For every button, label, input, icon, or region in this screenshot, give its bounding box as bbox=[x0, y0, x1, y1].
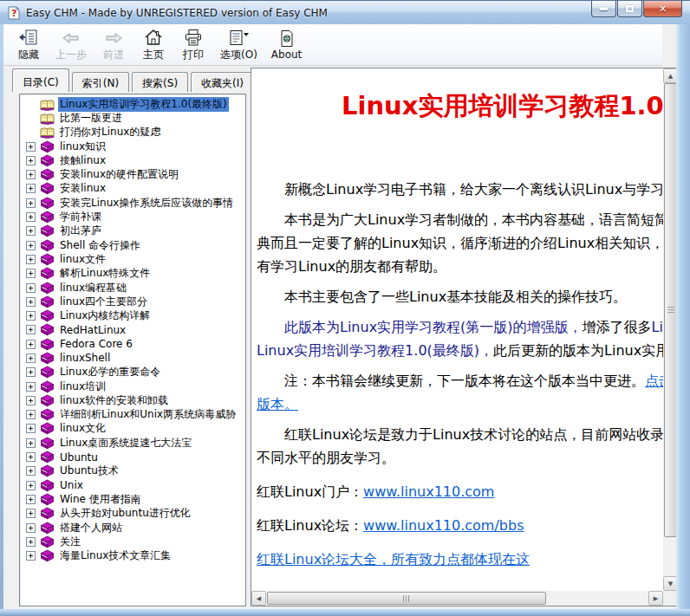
toolbar-button-options[interactable]: 选项(O) bbox=[213, 26, 264, 64]
expand-plus-icon[interactable] bbox=[26, 283, 36, 293]
expand-plus-icon[interactable] bbox=[26, 495, 36, 504]
closed-book-icon bbox=[40, 479, 55, 492]
tree-item[interactable]: linux知识 bbox=[20, 139, 245, 153]
tree-item[interactable]: linux软件的安装和卸载 bbox=[20, 393, 245, 407]
tree-item-label: Linux必学的重要命令 bbox=[58, 365, 162, 379]
expand-plus-icon[interactable] bbox=[26, 509, 36, 518]
tree-item[interactable]: linux培训 bbox=[20, 379, 245, 393]
tree-item[interactable]: linuxShell bbox=[20, 351, 245, 365]
tree-item[interactable]: 安装完Linux操作系统后应该做的事情 bbox=[20, 196, 245, 210]
tree-item[interactable]: linux编程基础 bbox=[20, 281, 245, 295]
tree-item[interactable]: 接触linux bbox=[20, 153, 245, 167]
content-link[interactable]: www.linux110.com/bbs bbox=[363, 517, 524, 534]
tree-item[interactable]: Unix bbox=[20, 478, 245, 492]
tree-item[interactable]: 安装linux的硬件配置说明 bbox=[20, 167, 245, 181]
toolbar-button-printer[interactable]: 打印 bbox=[173, 26, 213, 64]
expand-plus-icon[interactable] bbox=[26, 551, 36, 561]
tree-item[interactable]: Linux必学的重要命令 bbox=[20, 366, 245, 379]
tab-搜索(S)[interactable]: 搜索(S) bbox=[132, 72, 188, 92]
titlebar[interactable]: ? Easy CHM - Made by UNREGISTERED versio… bbox=[0, 0, 690, 24]
expand-plus-icon[interactable] bbox=[26, 438, 36, 448]
expand-plus-icon[interactable] bbox=[26, 184, 36, 193]
expand-plus-icon[interactable] bbox=[26, 269, 36, 278]
tree-item[interactable]: Wine 使用者指南 bbox=[20, 492, 245, 506]
expand-plus-icon[interactable] bbox=[26, 424, 36, 433]
tree-item[interactable]: 海量Linux技术文章汇集 bbox=[20, 549, 245, 563]
tab-目录(C)[interactable]: 目录(C) bbox=[12, 68, 69, 92]
maximize-button[interactable] bbox=[617, 1, 642, 17]
expand-plus-icon[interactable] bbox=[26, 452, 36, 462]
tree-item-label: 接触linux bbox=[58, 153, 107, 168]
tree-item[interactable]: 从头开始对ubuntu进行优化 bbox=[20, 507, 245, 521]
tree-item[interactable]: linux文件 bbox=[20, 252, 245, 266]
expand-plus-icon[interactable] bbox=[26, 466, 36, 476]
expand-plus-icon[interactable] bbox=[26, 226, 36, 236]
expand-plus-icon[interactable] bbox=[26, 367, 36, 377]
toolbar-button-home[interactable]: 主页 bbox=[133, 26, 173, 64]
tree-item[interactable]: 学前补课 bbox=[20, 210, 245, 224]
tab-收藏夹(I)[interactable]: 收藏夹(I) bbox=[191, 72, 254, 92]
tree-item[interactable]: 打消你对Linux的疑虑 bbox=[20, 126, 245, 139]
closed-book-icon bbox=[40, 464, 55, 477]
scroll-left-icon[interactable]: ◀ bbox=[251, 591, 266, 606]
tree-item[interactable]: Shell 命令行操作 bbox=[20, 238, 245, 252]
tree-item[interactable]: Ubuntu技术 bbox=[20, 464, 245, 478]
easy-chm-window: ? Easy CHM - Made by UNREGISTERED versio… bbox=[0, 0, 690, 616]
horizontal-scroll-thumb[interactable] bbox=[267, 592, 546, 605]
expand-plus-icon[interactable] bbox=[26, 325, 36, 334]
expand-plus-icon[interactable] bbox=[26, 241, 36, 250]
tree-item[interactable]: 安装linux bbox=[20, 182, 245, 196]
tree-item[interactable]: linux文化 bbox=[20, 422, 245, 436]
closed-book-icon bbox=[40, 352, 55, 365]
tree-item-label: 关注 bbox=[58, 535, 82, 549]
toolbar-button-label: 上一步 bbox=[55, 48, 87, 62]
expand-plus-icon[interactable] bbox=[26, 311, 36, 321]
expand-plus-icon[interactable] bbox=[26, 170, 36, 179]
expand-plus-icon[interactable] bbox=[26, 212, 36, 222]
tree-item[interactable]: RedHatLinux bbox=[20, 323, 245, 337]
expand-plus-icon[interactable] bbox=[26, 156, 36, 165]
tab-索引(N)[interactable]: 索引(N) bbox=[72, 72, 129, 92]
tree-item[interactable]: Linux实用培训学习教程1.0(最终版) bbox=[20, 97, 245, 111]
tree-item[interactable]: linux四个主要部分 bbox=[20, 295, 245, 308]
expand-plus-icon[interactable] bbox=[26, 353, 36, 363]
toolbar-button-about[interactable]: About bbox=[264, 26, 309, 64]
tree-item[interactable]: 搭建个人网站 bbox=[20, 521, 245, 535]
document-view[interactable]: Linux实用培训学习教程1.0(最终版) 新概念Linux学习电子书籍，给大家… bbox=[251, 68, 663, 591]
expand-plus-icon[interactable] bbox=[26, 396, 36, 405]
closed-book-icon bbox=[40, 437, 55, 450]
content-link[interactable]: 点击查看最新 bbox=[645, 373, 663, 389]
tree-item[interactable]: 比第一版更进 bbox=[20, 111, 245, 125]
content-link[interactable]: 版本。 bbox=[257, 396, 298, 412]
tree-item[interactable]: 初出茅庐 bbox=[20, 224, 245, 238]
expand-plus-icon[interactable] bbox=[26, 142, 36, 152]
horizontal-scrollbar[interactable]: ◀ ▶ bbox=[251, 591, 663, 606]
tree-item-label: Linux桌面系统提速七大法宝 bbox=[58, 436, 193, 451]
vertical-scroll-thumb[interactable] bbox=[664, 83, 677, 537]
scroll-right-icon[interactable]: ▶ bbox=[648, 591, 663, 606]
expand-plus-icon[interactable] bbox=[26, 382, 36, 392]
toolbar-button-hide-panel[interactable]: 隐藏 bbox=[9, 26, 49, 64]
content-link[interactable]: 红联Linux论坛大全，所有致力点都体现在这 bbox=[257, 551, 530, 567]
expand-plus-icon[interactable] bbox=[26, 297, 36, 307]
tree-item[interactable]: Linux桌面系统提速七大法宝 bbox=[20, 436, 245, 450]
tree-item[interactable]: Fedora Core 6 bbox=[20, 337, 245, 351]
tree-item[interactable]: 详细剖析Linux和Unix两系统病毒威胁 bbox=[20, 408, 245, 422]
tree-item[interactable]: Ubuntu bbox=[20, 450, 245, 464]
expand-plus-icon[interactable] bbox=[26, 410, 36, 419]
close-button[interactable]: ✕ bbox=[643, 1, 682, 17]
tree-item[interactable]: Linux内核结构详解 bbox=[20, 308, 245, 322]
tree-item[interactable]: 解析Linux特殊文件 bbox=[20, 267, 245, 281]
expand-plus-icon[interactable] bbox=[26, 255, 36, 264]
toc-tree[interactable]: Linux实用培训学习教程1.0(最终版)比第一版更进打消你对Linux的疑虑l… bbox=[19, 94, 246, 606]
expand-plus-icon[interactable] bbox=[26, 481, 36, 490]
tree-item[interactable]: 关注 bbox=[20, 535, 245, 548]
content-link[interactable]: www.linux110.com bbox=[363, 483, 494, 500]
expand-plus-icon[interactable] bbox=[26, 340, 36, 349]
expand-plus-icon[interactable] bbox=[26, 523, 36, 533]
closed-book-icon bbox=[40, 338, 55, 351]
tree-item-label: 安装linux的硬件配置说明 bbox=[58, 167, 180, 182]
minimize-button[interactable] bbox=[591, 1, 616, 17]
expand-plus-icon[interactable] bbox=[26, 537, 36, 547]
expand-plus-icon[interactable] bbox=[26, 198, 36, 208]
